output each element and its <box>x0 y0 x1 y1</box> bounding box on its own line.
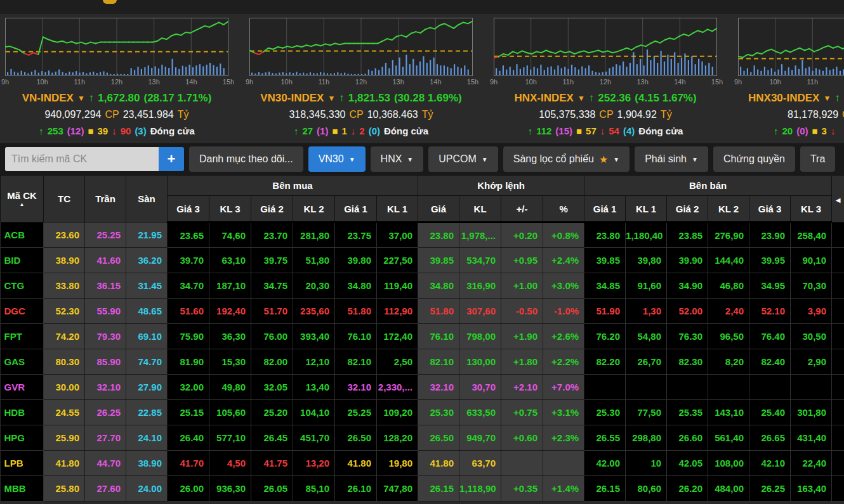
cell-buy-4[interactable]: 20,30 <box>293 273 335 299</box>
cell-sell-6[interactable]: 301,80 <box>791 400 832 425</box>
cell-match-2[interactable]: 30,70 <box>459 375 501 400</box>
vn30index-chart[interactable]: 9h10h11h12h13h14h15h <box>249 18 473 87</box>
toolbar-button-upcom[interactable]: UPCOM▼ <box>428 146 498 172</box>
cell-floor[interactable]: 22.85 <box>126 400 168 425</box>
cell-match-4[interactable]: +2.4% <box>543 248 584 273</box>
header-buy-col[interactable]: Giá 1 <box>335 196 377 223</box>
cell-sell-5[interactable]: 26.65 <box>749 425 791 451</box>
cell-sell-6[interactable] <box>791 375 832 400</box>
cell-buy-2[interactable]: 15,30 <box>209 349 251 375</box>
cell-match-4[interactable] <box>543 451 584 476</box>
cell-buy-5[interactable]: 32.10 <box>335 375 377 400</box>
cell-match-1[interactable]: 39.85 <box>418 248 459 273</box>
cell-match-1[interactable]: 34.80 <box>418 273 459 299</box>
cell-buy-6[interactable]: 2,330,... <box>377 375 418 400</box>
cell-sell-3[interactable]: 52.00 <box>667 299 708 324</box>
cell-tc[interactable]: 24.55 <box>44 400 85 425</box>
cell-sell-2[interactable]: 10 <box>626 451 667 476</box>
index-name-link[interactable]: HNX30-INDEX <box>748 90 819 107</box>
cell-sell-5[interactable]: 34.95 <box>749 273 791 299</box>
cell-sell-2[interactable]: 39,80 <box>626 248 667 273</box>
cell-buy-2[interactable]: 49,80 <box>209 375 251 400</box>
cell-match-3[interactable]: +0.95 <box>501 248 543 273</box>
cell-match-4[interactable]: +0.8% <box>543 223 584 248</box>
cell-floor[interactable]: 24.00 <box>126 476 168 501</box>
header-sell-col[interactable]: KL 1 <box>626 196 667 223</box>
cell-sell-1[interactable]: 76.20 <box>584 324 626 349</box>
cell-sell-1[interactable]: 51.90 <box>584 299 626 324</box>
cell-buy-4[interactable]: 281,80 <box>293 223 335 248</box>
cell-match-1[interactable]: 25.30 <box>418 400 459 425</box>
cell-buy-4[interactable]: 13,40 <box>293 375 335 400</box>
cell-buy-3[interactable]: 34.75 <box>251 273 293 299</box>
cell-tc[interactable]: 23.60 <box>44 223 85 248</box>
hnx30index-chart[interactable]: 9h10h11h12h13h14h15h <box>738 18 844 87</box>
cell-match-4[interactable]: +1.4% <box>543 476 584 501</box>
cell-buy-1[interactable]: 41.70 <box>168 451 209 476</box>
cell-buy-1[interactable]: 81.90 <box>168 349 209 375</box>
cell-buy-5[interactable]: 25.25 <box>335 400 377 425</box>
header-tc[interactable]: TC <box>44 176 85 223</box>
add-symbol-button[interactable]: + <box>159 147 184 171</box>
cell-symbol[interactable]: HPG <box>1 425 44 451</box>
cell-sell-5[interactable]: 76.40 <box>749 324 791 349</box>
search-input[interactable] <box>5 147 159 171</box>
cell-match-3[interactable]: +0.60 <box>501 425 543 451</box>
cell-match-3[interactable]: -0.50 <box>501 299 543 324</box>
cell-sell-6[interactable]: 30,50 <box>791 324 832 349</box>
header-symbol[interactable]: Mã CK▲ <box>1 176 44 223</box>
cell-tc[interactable]: 52.30 <box>44 299 85 324</box>
cell-match-3[interactable]: +1.00 <box>501 273 543 299</box>
cell-sell-2[interactable]: 91,60 <box>626 273 667 299</box>
cell-buy-4[interactable]: 235,60 <box>293 299 335 324</box>
cell-sell-4[interactable]: 108,00 <box>708 451 749 476</box>
cell-ceiling[interactable]: 27.70 <box>85 425 126 451</box>
toolbar-button-hnx[interactable]: HNX▼ <box>371 146 424 172</box>
chevron-down-icon[interactable]: ▼ <box>327 90 335 107</box>
toolbar-button-vn30[interactable]: VN30▼ <box>308 146 366 172</box>
toolbar-button-tra[interactable]: Tra <box>800 146 835 172</box>
cell-sell-4[interactable]: 144,40 <box>708 248 749 273</box>
chevron-down-icon[interactable]: ▼ <box>77 90 85 107</box>
cell-ceiling[interactable]: 32.10 <box>85 375 126 400</box>
scrollbar-track[interactable] <box>832 223 844 248</box>
cell-match-4[interactable]: +2.2% <box>543 349 584 375</box>
chevron-down-icon[interactable]: ▼ <box>823 90 831 107</box>
cell-buy-5[interactable]: 26.50 <box>335 425 377 451</box>
cell-sell-1[interactable]: 34.85 <box>584 273 626 299</box>
cell-floor[interactable]: 69.10 <box>126 324 168 349</box>
cell-match-3[interactable]: +0.20 <box>501 223 543 248</box>
cell-sell-2[interactable]: 77,50 <box>626 400 667 425</box>
cell-buy-2[interactable]: 105,60 <box>209 400 251 425</box>
cell-sell-5[interactable]: 82.40 <box>749 349 791 375</box>
cell-tc[interactable]: 25.90 <box>44 425 85 451</box>
header-sell-col[interactable]: Giá 2 <box>667 196 708 223</box>
cell-buy-3[interactable]: 39.75 <box>251 248 293 273</box>
cell-buy-3[interactable]: 32.05 <box>251 375 293 400</box>
header-sell-col[interactable]: Giá 3 <box>749 196 791 223</box>
cell-symbol[interactable]: LPB <box>1 451 44 476</box>
cell-sell-2[interactable]: 1,180,40 <box>626 223 667 248</box>
cell-sell-4[interactable]: 46,80 <box>708 273 749 299</box>
cell-buy-1[interactable]: 26.40 <box>168 425 209 451</box>
cell-sell-3[interactable]: 76.30 <box>667 324 708 349</box>
cell-buy-4[interactable]: 104,10 <box>293 400 335 425</box>
cell-match-3[interactable]: +1.80 <box>501 349 543 375</box>
header-ceiling[interactable]: Trần <box>85 176 126 223</box>
cell-symbol[interactable]: ACB <box>1 223 44 248</box>
cell-match-4[interactable]: +3.0% <box>543 273 584 299</box>
cell-match-1[interactable]: 76.10 <box>418 324 459 349</box>
cell-buy-1[interactable]: 39.70 <box>168 248 209 273</box>
cell-sell-1[interactable] <box>584 375 626 400</box>
cell-sell-1[interactable]: 82.20 <box>584 349 626 375</box>
cell-match-4[interactable]: +2.6% <box>543 324 584 349</box>
cell-ceiling[interactable]: 36.15 <box>85 273 126 299</box>
cell-buy-4[interactable]: 13,20 <box>293 451 335 476</box>
cell-match-3[interactable]: +2.10 <box>501 375 543 400</box>
cell-sell-3[interactable]: 42.05 <box>667 451 708 476</box>
cell-sell-4[interactable] <box>708 375 749 400</box>
header-scroll[interactable]: ◀ <box>832 176 844 223</box>
cell-buy-1[interactable]: 26.00 <box>168 476 209 501</box>
header-buy-col[interactable]: Giá 3 <box>168 196 209 223</box>
cell-ceiling[interactable]: 25.25 <box>85 223 126 248</box>
